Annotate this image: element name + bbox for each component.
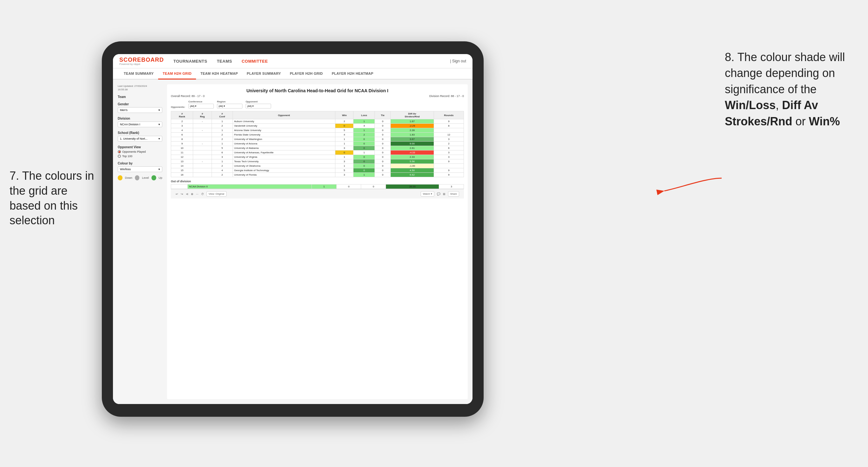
cell-win: 1 bbox=[335, 164, 353, 168]
cell-loss: 1 bbox=[353, 151, 375, 155]
odd-loss: 0 bbox=[336, 185, 361, 189]
cell-conf: 2 bbox=[212, 133, 232, 137]
h2h-table: #Rank #Reg #Conf Opponent Win Loss Tie D… bbox=[171, 111, 464, 177]
opponent-view-section: Opponent View Opponents Played Top 100 bbox=[118, 145, 162, 158]
colour-legend: Down Level Up bbox=[118, 175, 162, 180]
cell-tie: 0 bbox=[375, 155, 391, 159]
cell-win: 1 bbox=[335, 137, 353, 142]
cell-loss: 1 bbox=[353, 173, 375, 177]
cell-rank: 12 bbox=[171, 155, 193, 159]
cell-rounds: 9 bbox=[434, 119, 464, 124]
opponent-select[interactable]: (All) ▾ bbox=[246, 104, 271, 108]
subnav-team-h2h-heatmap[interactable]: TEAM H2H HEATMAP bbox=[196, 68, 243, 80]
legend-down-label: Down bbox=[125, 176, 132, 179]
annotation-right: 8. The colour shade will change dependin… bbox=[725, 49, 859, 129]
cell-tie: 0 bbox=[375, 146, 391, 151]
odd-diff: 26.00 bbox=[385, 185, 439, 189]
colour-by-label: Colour by bbox=[118, 162, 162, 165]
tablet-screen: SCOREBOARD Powered by clippd TOURNAMENTS… bbox=[113, 54, 472, 404]
sign-out-button[interactable]: | Sign out bbox=[450, 59, 466, 63]
cell-diff: 2.33 bbox=[391, 155, 434, 159]
nav-committee[interactable]: COMMITTEE bbox=[242, 58, 268, 65]
table-row: 3 2 Vanderbilt University 0 4 0 -2.29 8 bbox=[171, 124, 464, 128]
opponents-filter-group: Opponents: bbox=[171, 105, 185, 108]
cell-tie: 0 bbox=[375, 159, 391, 164]
cell-reg bbox=[193, 155, 212, 159]
cell-rank: 15 bbox=[171, 168, 193, 173]
gender-select[interactable]: Men's ▾ bbox=[118, 107, 162, 113]
col-win: Win bbox=[335, 111, 353, 119]
col-rounds: Rounds bbox=[434, 111, 464, 119]
cell-conf: 1 bbox=[212, 142, 232, 146]
cell-conf: 1 bbox=[212, 159, 232, 164]
subnav-player-summary[interactable]: PLAYER SUMMARY bbox=[243, 68, 285, 80]
nav-teams[interactable]: TEAMS bbox=[217, 58, 232, 65]
cell-rounds: 12 bbox=[434, 133, 464, 137]
subnav-team-h2h-grid[interactable]: TEAM H2H GRID bbox=[158, 68, 196, 80]
toolbar-redo[interactable]: ↪ bbox=[181, 192, 183, 196]
cell-rank: 14 bbox=[171, 164, 193, 168]
cell-opponent: University of Washington bbox=[232, 137, 335, 142]
legend-up-dot bbox=[151, 175, 156, 180]
nav-tournaments[interactable]: TOURNAMENTS bbox=[174, 58, 207, 65]
school-select[interactable]: 1. University of Nort... ▾ bbox=[118, 136, 162, 142]
watch-button[interactable]: Watch ▾ bbox=[421, 191, 434, 196]
filters-row: Opponents: Conference (All) ▾ Region (Al… bbox=[171, 100, 464, 108]
cell-win: 5 bbox=[335, 128, 353, 133]
grid-area: University of North Carolina Head-to-Hea… bbox=[167, 84, 468, 399]
logo-sub: Powered by clippd bbox=[119, 63, 140, 65]
logo-area: SCOREBOARD Powered by clippd bbox=[119, 57, 164, 65]
cell-rank: 13 bbox=[171, 159, 193, 164]
conference-select[interactable]: (All) ▾ bbox=[188, 104, 214, 108]
table-row: 2 - 1 Auburn University 2 1 0 1.67 9 bbox=[171, 119, 464, 124]
cell-opponent: University of Arizona bbox=[232, 142, 335, 146]
cell-diff: 1.67 bbox=[391, 119, 434, 124]
toolbar-nav[interactable]: ⊲ bbox=[186, 192, 188, 196]
subnav-player-h2h-grid[interactable]: PLAYER H2H GRID bbox=[285, 68, 328, 80]
col-opponent: Opponent bbox=[232, 111, 335, 119]
toolbar-share-icon[interactable]: ⊞ bbox=[443, 192, 445, 196]
cell-rank: 6 bbox=[171, 133, 193, 137]
share-button[interactable]: Share bbox=[448, 191, 459, 196]
cell-opponent: University of Alabama bbox=[232, 146, 335, 151]
cell-rank: 16 bbox=[171, 173, 193, 177]
view-original-button[interactable]: View: Original bbox=[207, 191, 226, 196]
subnav-player-h2h-heatmap[interactable]: PLAYER H2H HEATMAP bbox=[328, 68, 378, 80]
toolbar-undo[interactable]: ↩ bbox=[176, 192, 178, 196]
cell-loss: 1 bbox=[353, 128, 375, 133]
opponents-label: Opponents: bbox=[171, 105, 185, 108]
last-updated: Last Updated: 27/03/2024 16:55:38 bbox=[118, 84, 162, 91]
sub-nav: TEAM SUMMARY TEAM H2H GRID TEAM H2H HEAT… bbox=[113, 68, 472, 80]
toolbar-comment[interactable]: 💬 bbox=[437, 192, 440, 196]
toolbar-dots[interactable]: ··· bbox=[196, 192, 198, 196]
radio-opponents-played[interactable]: Opponents Played bbox=[118, 150, 162, 153]
cell-rounds: 6 bbox=[434, 146, 464, 151]
col-tie: Tie bbox=[375, 111, 391, 119]
arrow-right bbox=[661, 172, 725, 197]
cell-tie: 0 bbox=[375, 173, 391, 177]
cell-reg bbox=[193, 151, 212, 155]
division-select[interactable]: NCAA Division I ▾ bbox=[118, 122, 162, 127]
cell-rounds: 2 bbox=[434, 142, 464, 146]
col-loss: Loss bbox=[353, 111, 375, 119]
logo-text: SCOREBOARD bbox=[119, 57, 164, 63]
conference-filter-group: Conference (All) ▾ bbox=[188, 100, 214, 108]
toolbar-copy[interactable]: ⊕ bbox=[191, 192, 193, 196]
gender-section: Gender Men's ▾ bbox=[118, 102, 162, 113]
colour-by-select[interactable]: Win/loss ▾ bbox=[118, 166, 162, 172]
table-row: 6 2 Florida State University 4 2 0 1.83 … bbox=[171, 133, 464, 137]
cell-win: 5 bbox=[335, 168, 353, 173]
radio-top100[interactable]: Top 100 bbox=[118, 155, 162, 158]
cell-win: 2 bbox=[335, 119, 353, 124]
toolbar-clock[interactable]: ⏱ bbox=[201, 192, 204, 196]
tablet-device: SCOREBOARD Powered by clippd TOURNAMENTS… bbox=[102, 41, 484, 417]
region-label: Region bbox=[217, 100, 243, 103]
cell-rounds bbox=[434, 164, 464, 168]
subnav-team-summary[interactable]: TEAM SUMMARY bbox=[119, 68, 158, 80]
cell-rounds bbox=[434, 128, 464, 133]
table-header-row: #Rank #Reg #Conf Opponent Win Loss Tie D… bbox=[171, 111, 464, 119]
cell-win: 4 bbox=[335, 133, 353, 137]
table-row: 14 2 University of Oklahoma 1 0 0 -1.00 bbox=[171, 164, 464, 168]
region-select[interactable]: (All) ▾ bbox=[217, 104, 243, 108]
cell-diff: 3.67 bbox=[391, 137, 434, 142]
